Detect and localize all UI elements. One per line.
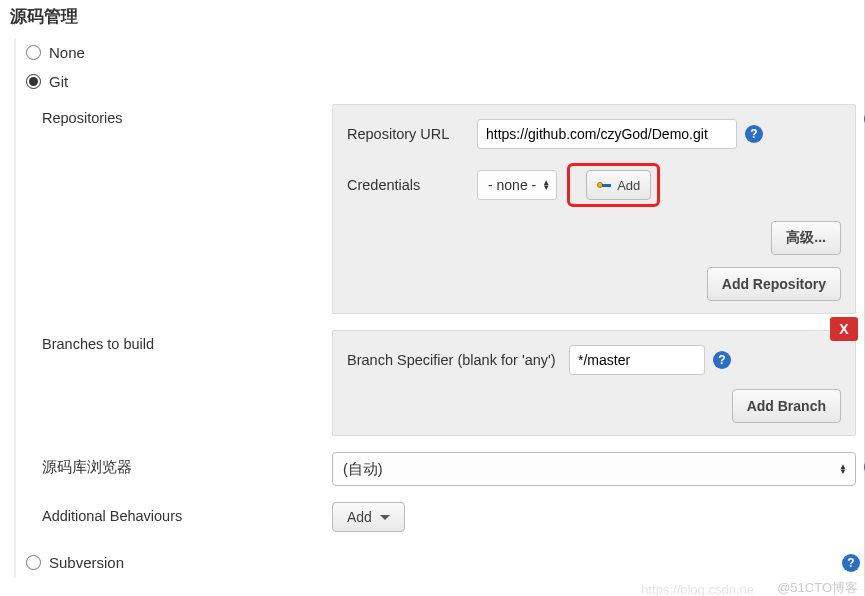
radio-none-label: None <box>49 44 85 61</box>
key-icon <box>597 181 611 189</box>
select-arrows-icon: ▲▼ <box>839 464 847 474</box>
branches-label: Branches to build <box>42 330 332 352</box>
add-credentials-button[interactable]: Add <box>586 170 651 200</box>
scm-option-git[interactable]: Git <box>22 67 856 96</box>
credentials-select[interactable]: - none - ▲▼ <box>477 170 557 200</box>
add-credentials-label: Add <box>617 178 640 193</box>
radio-subversion-label: Subversion <box>49 554 124 571</box>
help-icon[interactable]: ? <box>842 554 860 572</box>
branch-specifier-input[interactable] <box>569 345 705 375</box>
watermark-text: https://blog.csdn.ne <box>641 582 754 596</box>
chevron-down-icon <box>380 515 390 520</box>
add-credentials-highlight: Add <box>567 163 660 207</box>
scm-option-subversion[interactable]: Subversion ? <box>22 548 856 577</box>
credentials-value: - none - <box>488 177 536 193</box>
radio-none[interactable] <box>26 45 41 60</box>
branches-panel: X Branch Specifier (blank for 'any') ? A… <box>332 330 856 436</box>
select-arrows-icon: ▲▼ <box>542 180 550 190</box>
radio-subversion[interactable] <box>26 555 41 570</box>
radio-git-label: Git <box>49 73 68 90</box>
repositories-label: Repositories <box>42 104 332 126</box>
radio-git[interactable] <box>26 74 41 89</box>
help-icon[interactable]: ? <box>745 125 763 143</box>
repo-url-input[interactable] <box>477 119 737 149</box>
repo-url-label: Repository URL <box>347 126 477 142</box>
scm-option-none[interactable]: None <box>22 38 856 67</box>
add-branch-button[interactable]: Add Branch <box>732 389 841 423</box>
behaviours-label: Additional Behaviours <box>42 502 332 524</box>
help-icon[interactable]: ? <box>713 351 731 369</box>
add-behaviour-label: Add <box>347 509 372 525</box>
add-behaviour-button[interactable]: Add <box>332 502 405 532</box>
watermark-text: @51CTO博客 <box>777 579 858 596</box>
repo-browser-label: 源码库浏览器 <box>42 452 332 477</box>
repositories-panel: Repository URL ? Credentials - none - ▲▼ <box>332 104 856 314</box>
repo-browser-value: (自动) <box>343 460 383 479</box>
branch-specifier-label: Branch Specifier (blank for 'any') <box>347 352 569 368</box>
credentials-label: Credentials <box>347 177 477 193</box>
repo-browser-select[interactable]: (自动) ▲▼ <box>332 452 856 486</box>
scm-block: None Git Repositories Repository URL ? <box>14 38 856 577</box>
add-repository-button[interactable]: Add Repository <box>707 267 841 301</box>
section-title: 源码管理 <box>10 5 856 28</box>
advanced-button[interactable]: 高级... <box>771 221 841 255</box>
git-config: Repositories Repository URL ? Credential… <box>42 104 856 532</box>
delete-branch-button[interactable]: X <box>830 317 858 341</box>
